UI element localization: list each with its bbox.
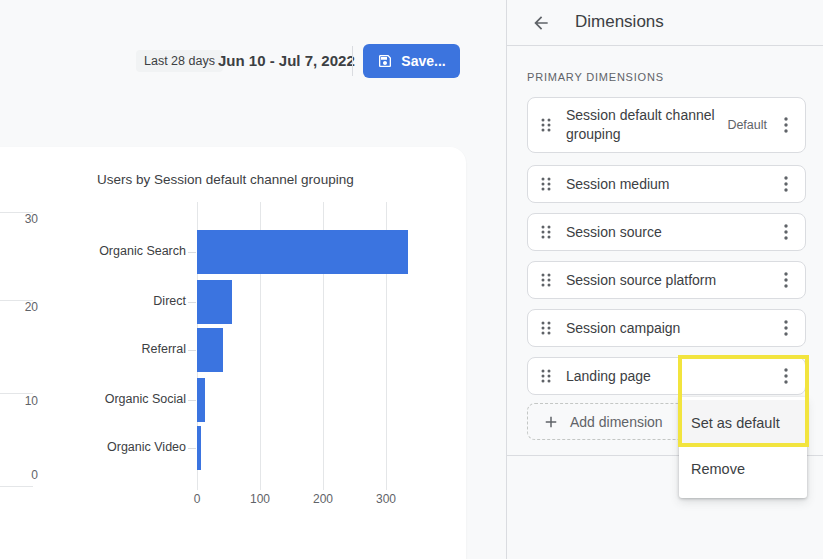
drag-handle-icon[interactable] — [540, 176, 552, 192]
save-button-label: Save... — [401, 53, 445, 69]
context-menu-item[interactable]: Set as default — [679, 400, 807, 446]
default-badge: Default — [727, 118, 767, 132]
chart-card — [0, 147, 466, 559]
date-range-text[interactable]: Jun 10 - Jul 7, 2022 — [218, 52, 355, 69]
context-menu: Set as defaultRemove — [679, 397, 807, 498]
arrow-back-icon — [531, 13, 551, 33]
plus-icon — [542, 413, 560, 431]
dimension-item-label: Session campaign — [566, 319, 680, 338]
kebab-menu-icon[interactable] — [777, 223, 795, 241]
drag-handle-icon[interactable] — [540, 224, 552, 240]
dimension-item[interactable]: Session source — [527, 213, 806, 251]
panel-header-divider — [507, 45, 823, 46]
panel-title: Dimensions — [575, 12, 664, 32]
dimension-item[interactable]: Session campaign — [527, 309, 806, 347]
drag-handle-icon[interactable] — [540, 368, 552, 384]
dimension-item-label: Session source — [566, 223, 662, 242]
kebab-menu-icon[interactable] — [777, 319, 795, 337]
kebab-menu-icon[interactable] — [777, 367, 795, 385]
dimension-item-label: Landing page — [566, 367, 651, 386]
dimension-item-label: Session medium — [566, 175, 670, 194]
kebab-menu-icon[interactable] — [777, 175, 795, 193]
drag-handle-icon[interactable] — [540, 320, 552, 336]
add-dimension-label: Add dimension — [570, 414, 663, 430]
date-range-preset-chip[interactable]: Last 28 days — [136, 50, 223, 72]
toolbar-divider — [352, 46, 353, 76]
kebab-menu-icon[interactable] — [777, 271, 795, 289]
drag-handle-icon[interactable] — [540, 117, 552, 133]
dimension-item[interactable]: Session default channel groupingDefault — [527, 97, 806, 153]
dimension-item[interactable]: Session medium — [527, 165, 806, 203]
kebab-menu-icon[interactable] — [777, 116, 795, 134]
dimension-item-label: Session source platform — [566, 271, 716, 290]
drag-handle-icon[interactable] — [540, 272, 552, 288]
panel-divider — [506, 0, 507, 559]
analytics-explore-screen: Last 28 days Jun 10 - Jul 7, 2022 Save..… — [0, 0, 823, 559]
dimension-item[interactable]: Landing page — [527, 357, 806, 395]
save-button[interactable]: Save... — [363, 44, 460, 78]
primary-dimensions-label: PRIMARY DIMENSIONS — [527, 71, 664, 83]
dimension-item-label: Session default channel grouping — [566, 106, 727, 144]
back-button[interactable] — [529, 11, 553, 35]
context-menu-item[interactable]: Remove — [679, 446, 807, 492]
dimension-item[interactable]: Session source platform — [527, 261, 806, 299]
save-icon — [377, 53, 393, 69]
